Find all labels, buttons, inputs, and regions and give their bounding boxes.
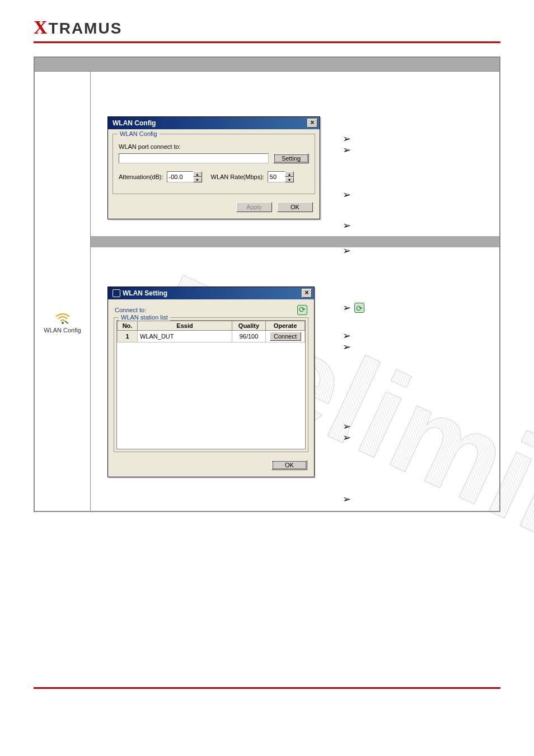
rate-stepper[interactable]: ▲ ▼ bbox=[268, 171, 294, 182]
rate-down-icon[interactable]: ▼ bbox=[285, 177, 294, 182]
arrow-icon: ➢ bbox=[343, 432, 351, 443]
station-list-legend: WLAN station list bbox=[119, 314, 170, 321]
arrow-icon: ➢ bbox=[343, 133, 351, 144]
frame-top-bar bbox=[35, 58, 499, 71]
col-essid: Essid bbox=[138, 321, 232, 331]
cell-quality: 96/100 bbox=[232, 331, 266, 342]
dialog1-legend: WLAN Config bbox=[118, 130, 160, 137]
arrow-icon: ➢ bbox=[343, 494, 351, 505]
station-table: No. Essid Quality Operate 1 bbox=[116, 320, 306, 449]
atten-label: Attenuation(dB): bbox=[119, 173, 163, 180]
port-label: WLAN port connect to: bbox=[119, 143, 309, 150]
atten-down-icon[interactable]: ▼ bbox=[193, 177, 202, 182]
rate-label: WLAN Rate(Mbps): bbox=[211, 173, 264, 180]
dialog1-title: WLAN Config bbox=[113, 119, 156, 127]
dialog-icon bbox=[113, 289, 120, 297]
refresh-icon bbox=[354, 303, 364, 313]
cell-operate: Connect bbox=[266, 331, 305, 342]
wlan-config-dialog: WLAN Config × WLAN Config WLAN port conn… bbox=[107, 116, 320, 219]
svg-point-0 bbox=[62, 322, 64, 324]
arrow-icon: ➢ bbox=[343, 144, 351, 156]
connect-label: Connect to: bbox=[115, 307, 146, 313]
cell-no: 1 bbox=[118, 331, 138, 342]
atten-input[interactable] bbox=[167, 171, 194, 182]
station-list-fieldset: WLAN station list No. Essid Quality Oper bbox=[114, 317, 308, 452]
arrow-icon: ➢ bbox=[343, 341, 351, 353]
dialog2-titlebar[interactable]: WLAN Setting × bbox=[108, 287, 314, 299]
arrow-icon: ➢ bbox=[343, 421, 351, 432]
right-column: Preliminary WLAN Config × WLAN Config WL… bbox=[91, 72, 499, 511]
wlan-setting-dialog: WLAN Setting × Connect to: WLAN station … bbox=[107, 287, 315, 477]
left-column: WLAN Config bbox=[35, 72, 91, 511]
arrow-icon: ➢ bbox=[343, 245, 351, 256]
logo: XTRAMUS bbox=[34, 17, 500, 38]
footer-divider bbox=[34, 687, 500, 689]
logo-rest: TRAMUS bbox=[49, 20, 123, 37]
col-no: No. bbox=[118, 321, 138, 331]
table-header-row: No. Essid Quality Operate bbox=[118, 321, 305, 331]
table-row[interactable]: 1 WLAN_DUT 96/100 Connect bbox=[118, 331, 305, 342]
dialog1-fieldset: WLAN Config WLAN port connect to: Settin… bbox=[113, 134, 315, 194]
section-divider bbox=[91, 236, 499, 247]
close-icon[interactable]: × bbox=[302, 289, 312, 298]
connect-button[interactable]: Connect bbox=[270, 332, 301, 341]
atten-up-icon[interactable]: ▲ bbox=[193, 171, 202, 177]
wlan-config-icon[interactable]: WLAN Config bbox=[35, 312, 90, 334]
arrow-icon: ➢ bbox=[343, 189, 351, 200]
rate-up-icon[interactable]: ▲ bbox=[285, 171, 294, 177]
logo-x: X bbox=[34, 17, 49, 37]
rate-input[interactable] bbox=[268, 171, 285, 182]
arrow-icon: ➢ bbox=[343, 220, 351, 231]
content-frame: WLAN Config Preliminary bbox=[34, 57, 500, 512]
col-quality: Quality bbox=[232, 321, 266, 331]
apply-button[interactable]: Apply bbox=[236, 202, 272, 212]
arrow-icon: ➢ bbox=[343, 302, 351, 313]
wifi-icon bbox=[55, 312, 71, 325]
wlan-config-label: WLAN Config bbox=[35, 327, 90, 334]
atten-stepper[interactable]: ▲ ▼ bbox=[167, 171, 202, 182]
close-icon[interactable]: × bbox=[307, 119, 317, 128]
ok-button[interactable]: OK bbox=[271, 460, 307, 470]
col-operate: Operate bbox=[266, 321, 305, 331]
ok-button[interactable]: OK bbox=[277, 202, 313, 212]
port-input[interactable] bbox=[119, 153, 269, 163]
refresh-icon[interactable] bbox=[297, 305, 307, 315]
arrow-icon: ➢ bbox=[343, 330, 351, 341]
dialog1-titlebar[interactable]: WLAN Config × bbox=[108, 117, 320, 129]
setting-button[interactable]: Setting bbox=[273, 153, 309, 163]
dialog2-title: WLAN Setting bbox=[123, 289, 167, 297]
header-divider bbox=[34, 41, 500, 43]
cell-essid: WLAN_DUT bbox=[138, 331, 232, 342]
